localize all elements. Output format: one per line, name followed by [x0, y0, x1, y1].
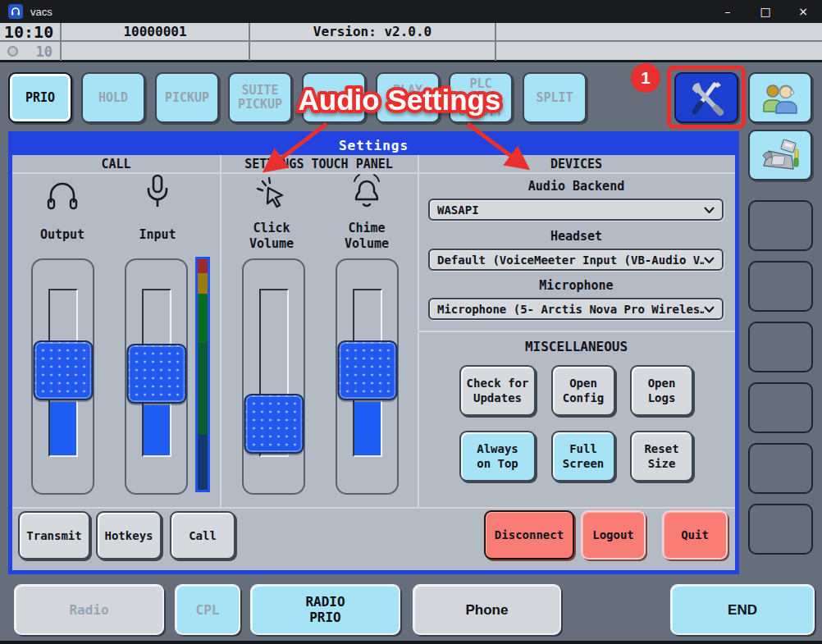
- suite-pickup-button[interactable]: SUITE PICKUP: [228, 72, 292, 123]
- empty-slot-button[interactable]: [748, 382, 813, 433]
- minimize-button[interactable]: –: [709, 0, 747, 23]
- maximize-button[interactable]: □: [747, 0, 784, 23]
- audio-backend-label: Audio Backend: [418, 179, 735, 194]
- headset-value: Default (VoiceMeeter Input (VB-Audio V…: [437, 253, 704, 267]
- microphone-value: Microphone (5- Arctis Nova Pro Wireles…: [437, 303, 704, 316]
- status-row: 10: [0, 42, 60, 61]
- empty-cell: [496, 23, 822, 42]
- call-section-header: CALL: [12, 157, 220, 171]
- audio-backend-select[interactable]: WASAPI: [428, 199, 724, 221]
- empty-slot-button[interactable]: [748, 322, 813, 372]
- phonebook-button[interactable]: [748, 130, 812, 180]
- pickup-button[interactable]: PICKUP: [155, 72, 219, 123]
- split-button[interactable]: SPLIT: [523, 72, 587, 123]
- check-updates-button[interactable]: Check for Updates: [459, 365, 536, 416]
- settings-dialog: Settings CALL SETTINGS TOUCH PANEL DEVIC…: [8, 131, 739, 574]
- close-button[interactable]: ×: [784, 0, 822, 23]
- divider: [220, 155, 221, 509]
- vacs-window: vacs – □ × 10:10 10 10000001 Version: v2…: [0, 0, 822, 644]
- empty-cell: [496, 42, 822, 61]
- radio-prio-button[interactable]: RADIO PRIO: [250, 584, 400, 635]
- clock: 10:10: [0, 23, 60, 42]
- devices-section-header: DEVICES: [418, 157, 735, 171]
- transmit-button[interactable]: Transmit: [18, 511, 90, 560]
- click-cursor-icon: [253, 175, 290, 214]
- hold-button[interactable]: HOLD: [81, 72, 145, 123]
- status-indicator-icon: [7, 46, 18, 57]
- headphones-icon: [43, 175, 81, 214]
- plc-lsp-button[interactable]: PLC LSP on/off: [449, 72, 513, 123]
- bell-icon: [348, 171, 386, 214]
- app-logo-icon: [8, 4, 23, 19]
- divider: [12, 507, 735, 509]
- playback-button[interactable]: PLAY BACK: [376, 72, 440, 123]
- quit-button[interactable]: Quit: [662, 510, 728, 560]
- end-button[interactable]: END: [670, 584, 815, 635]
- input-label: Input: [125, 227, 190, 243]
- empty-slot-button[interactable]: [748, 261, 813, 312]
- chime-volume-label: Chime Volume: [322, 221, 412, 252]
- empty-cell: [250, 42, 495, 61]
- input-level-meter: [195, 257, 210, 492]
- logout-button[interactable]: Logout: [581, 510, 646, 560]
- click-volume-slider[interactable]: [242, 258, 305, 495]
- window-edge: [0, 641, 822, 644]
- input-volume-slider[interactable]: [125, 258, 188, 495]
- microphone-icon: [139, 171, 176, 212]
- empty-slot-button[interactable]: [748, 504, 813, 555]
- call-button[interactable]: Call: [170, 511, 235, 560]
- click-volume-label: Click Volume: [226, 221, 317, 252]
- empty-slot-button[interactable]: [748, 200, 813, 251]
- toolbar-button[interactable]: [302, 72, 366, 123]
- headset-label: Headset: [418, 229, 735, 244]
- microphone-label: Microphone: [418, 278, 735, 293]
- radio-button[interactable]: Radio: [14, 584, 164, 635]
- microphone-select[interactable]: Microphone (5- Arctis Nova Pro Wireles…: [428, 298, 724, 320]
- hotkeys-button[interactable]: Hotkeys: [96, 511, 162, 560]
- window-title: vacs: [30, 6, 53, 18]
- dialog-title: Settings: [12, 135, 735, 155]
- annotation-step-badge: 1: [631, 63, 660, 93]
- always-on-top-button[interactable]: Always on Top: [459, 431, 536, 482]
- chime-slider-handle[interactable]: [337, 340, 397, 400]
- open-logs-button[interactable]: Open Logs: [630, 365, 693, 416]
- output-volume-slider[interactable]: [31, 258, 94, 495]
- terminal-id: 10000001: [62, 23, 249, 42]
- chevron-down-icon: [704, 257, 715, 263]
- chime-volume-slider[interactable]: [336, 258, 399, 495]
- phone-icon: [759, 138, 801, 172]
- annotation-highlight-box: [667, 66, 746, 129]
- audio-backend-value: WASAPI: [437, 203, 704, 217]
- reset-size-button[interactable]: Reset Size: [630, 431, 693, 482]
- disconnect-button[interactable]: Disconnect: [484, 510, 574, 560]
- output-label: Output: [30, 227, 95, 243]
- misc-section-header: MISCELLANEOUS: [418, 339, 735, 354]
- divider: [418, 331, 735, 332]
- version-label: Version: v2.0.0: [250, 23, 495, 42]
- prio-button[interactable]: PRIO: [8, 72, 72, 123]
- status-bar: 10:10 10 10000001 Version: v2.0.0: [0, 23, 822, 62]
- cpl-button[interactable]: CPL: [175, 584, 240, 635]
- output-slider-handle[interactable]: [33, 340, 93, 400]
- titlebar: vacs – □ ×: [0, 0, 822, 23]
- touch-section-header: SETTINGS TOUCH PANEL: [220, 157, 418, 171]
- full-screen-button[interactable]: Full Screen: [551, 431, 615, 482]
- phone-button[interactable]: Phone: [413, 584, 561, 635]
- contacts-button[interactable]: [748, 72, 812, 123]
- people-icon: [760, 80, 800, 115]
- chevron-down-icon: [704, 207, 715, 213]
- status-counter: 10: [36, 43, 53, 60]
- empty-slot-button[interactable]: [748, 443, 813, 494]
- headset-select[interactable]: Default (VoiceMeeter Input (VB-Audio V…: [428, 249, 724, 271]
- chevron-down-icon: [704, 306, 715, 313]
- click-slider-handle[interactable]: [244, 394, 304, 454]
- open-config-button[interactable]: Open Config: [551, 365, 615, 416]
- empty-cell: [62, 42, 249, 61]
- input-slider-handle[interactable]: [126, 344, 186, 404]
